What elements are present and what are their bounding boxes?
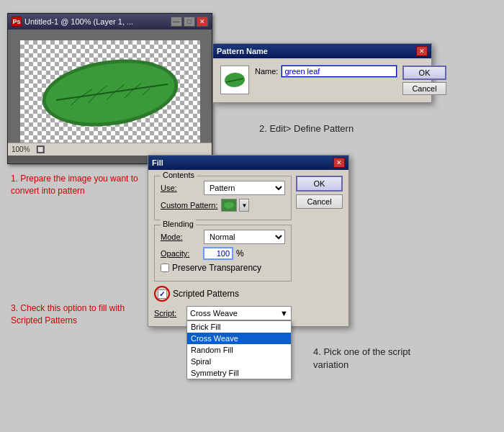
scripted-checkbox[interactable] (158, 289, 167, 299)
fill-dialog: Fill ✕ Contents Use: Pattern Custom Patt… (148, 155, 349, 327)
contents-group: Contents Use: Pattern Custom Pattern: (154, 176, 292, 220)
pattern-name-close-btn[interactable]: ✕ (416, 46, 428, 56)
blending-group: Blending Mode: Normal Opacity: % Preserv… (154, 225, 292, 282)
annotation-4: 4. Pick one of the script variation (313, 346, 428, 372)
scripted-label: Scripted Patterns (173, 289, 239, 299)
use-select[interactable]: Pattern (204, 181, 285, 195)
pattern-leaf-icon (223, 70, 246, 90)
leaf-mini-icon (223, 201, 235, 210)
script-current-value: Cross Weave (190, 309, 238, 318)
zoom-level: 100% (12, 145, 30, 153)
opacity-row: Opacity: % (161, 248, 285, 259)
fill-left-panel: Contents Use: Pattern Custom Pattern: (154, 176, 292, 320)
fill-buttons: OK Cancel (296, 176, 343, 320)
preserve-transparency-checkbox[interactable] (161, 264, 169, 272)
mode-label: Mode: (161, 233, 200, 241)
ps-window-title: Untitled-1 @ 100% (Layer 1, ... (24, 17, 168, 26)
annotation-3: 3. Check this option to fill with Script… (11, 302, 148, 327)
svg-point-14 (224, 202, 235, 209)
fill-cancel-btn[interactable]: Cancel (296, 194, 343, 209)
pattern-name-buttons: OK Cancel (402, 66, 446, 95)
fill-dialog-title: Fill (152, 158, 163, 167)
custom-pattern-label: Custom Pattern: (161, 201, 217, 210)
pattern-name-row: Name: (255, 66, 397, 77)
script-dropdown: Brick Fill Cross Weave Random Fill Spira… (186, 320, 292, 379)
pattern-leaf-thumbnail (220, 66, 249, 94)
pattern-name-dialog: Pattern Name ✕ Name: OK Cancel (212, 43, 432, 103)
script-label: Script: (154, 309, 183, 318)
dropdown-item-random[interactable]: Random Fill (187, 344, 291, 356)
script-dropdown-arrow: ▼ (280, 309, 288, 318)
photoshop-window: Ps Untitled-1 @ 100% (Layer 1, ... — □ ✕ (7, 13, 212, 164)
script-row: Script: Cross Weave ▼ Brick Fill Cross W… (154, 306, 292, 320)
dropdown-item-brick[interactable]: Brick Fill (187, 321, 291, 333)
contents-label: Contents (161, 171, 197, 179)
ps-maximize-btn[interactable]: □ (184, 17, 195, 27)
pattern-name-section: Name: (255, 66, 397, 77)
fill-close-btn[interactable]: ✕ (333, 158, 345, 168)
canvas-checkerboard (20, 40, 200, 145)
pattern-name-title: Pattern Name (217, 47, 268, 55)
fill-titlebar: Fill ✕ (148, 156, 348, 170)
annotation-2: 2. Edit> Define Pattern (259, 122, 354, 135)
ps-app-icon: Ps (12, 17, 22, 27)
opacity-label: Opacity: (161, 249, 200, 258)
dropdown-item-symmetry[interactable]: Symmetry Fill (187, 367, 291, 379)
pattern-name-ok-btn[interactable]: OK (402, 66, 446, 80)
dropdown-item-crossweave[interactable]: Cross Weave (187, 333, 291, 344)
use-label: Use: (161, 184, 200, 192)
script-select-display[interactable]: Cross Weave ▼ (186, 306, 292, 320)
ps-close-btn[interactable]: ✕ (197, 17, 208, 27)
pattern-name-cancel-btn[interactable]: Cancel (402, 82, 446, 95)
fill-ok-btn[interactable]: OK (296, 176, 343, 192)
scripted-checkbox-circle (154, 286, 170, 302)
ps-minimize-btn[interactable]: — (171, 17, 182, 27)
pattern-name-input[interactable] (282, 66, 397, 77)
ps-canvas: 100% 🔲 (8, 30, 212, 156)
mode-row: Mode: Normal (161, 230, 285, 244)
ps-window-buttons: — □ ✕ (171, 17, 208, 27)
annotation-1: 1. Prepare the image you want to convert… (11, 173, 155, 197)
opacity-unit: % (236, 248, 244, 258)
custom-pattern-row: Custom Pattern: ▼ (161, 199, 285, 212)
mode-select[interactable]: Normal (204, 230, 285, 244)
fill-content: Contents Use: Pattern Custom Pattern: (148, 170, 348, 326)
leaf-image (35, 50, 186, 136)
opacity-input[interactable] (204, 248, 233, 259)
leaf-pattern-preview[interactable] (221, 199, 237, 212)
scripted-patterns-row: Scripted Patterns (154, 286, 292, 302)
preserve-label: Preserve Transparency (172, 263, 261, 273)
custom-pattern-select: ▼ (221, 199, 249, 212)
pattern-name-content: Name: OK Cancel (213, 58, 431, 102)
use-row: Use: Pattern (161, 181, 285, 195)
name-field-label: Name: (255, 67, 278, 76)
status-icon: 🔲 (36, 145, 45, 153)
dropdown-item-spiral[interactable]: Spiral (187, 356, 291, 367)
preserve-transparency-row: Preserve Transparency (161, 263, 285, 273)
script-select-container: Cross Weave ▼ Brick Fill Cross Weave Ran… (186, 306, 292, 320)
ps-statusbar: 100% 🔲 (8, 143, 212, 156)
ps-titlebar: Ps Untitled-1 @ 100% (Layer 1, ... — □ ✕ (8, 14, 212, 30)
custom-pattern-dropdown-btn[interactable]: ▼ (239, 199, 249, 212)
blending-label: Blending (161, 220, 196, 228)
pattern-name-titlebar: Pattern Name ✕ (213, 44, 431, 58)
